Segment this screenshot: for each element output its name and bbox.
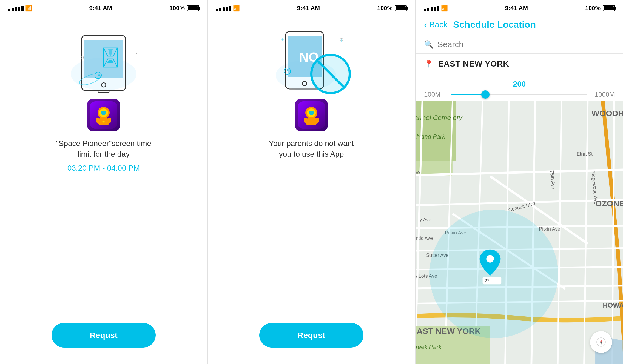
signal-icon: [8, 6, 24, 11]
svg-point-91: [486, 255, 494, 262]
slider-thumb[interactable]: [481, 90, 490, 99]
slider-value: 200: [424, 80, 615, 88]
request-button-1[interactable]: Requst: [52, 323, 156, 348]
slider-row: 100M 1000M: [424, 91, 615, 98]
request-button-2[interactable]: Requst: [259, 323, 363, 348]
signal-icon-2: [216, 6, 231, 11]
slider-fill: [451, 94, 485, 95]
search-icon: 🔍: [424, 40, 434, 49]
svg-rect-14: [98, 90, 109, 93]
svg-rect-24: [107, 118, 111, 123]
svg-rect-23: [96, 118, 100, 123]
left-status-icons-3: 📶: [424, 5, 448, 12]
app-icon-2: [295, 99, 328, 131]
panel-screen-time: 📶 9:41 AM 100%: [0, 0, 207, 364]
panel-schedule-location: 📶 9:41 AM 100% ‹ Back Schedule Location …: [416, 0, 623, 364]
panel-app-blocked: 📶 9:41 AM 100% NO + +: [208, 0, 415, 364]
svg-text:HOWARD BEAC: HOWARD BEAC: [603, 302, 623, 309]
location-name: EAST NEW YORK: [438, 59, 509, 68]
svg-point-33: [311, 55, 350, 93]
svg-text:WOODHAVEN: WOODHAVEN: [591, 109, 623, 118]
svg-text:27: 27: [484, 278, 489, 283]
svg-text:Jamaica Ave: Jamaica Ave: [416, 170, 420, 175]
svg-text:+: +: [79, 36, 83, 42]
svg-point-97: [601, 342, 602, 343]
status-bar-1: 📶 9:41 AM 100%: [0, 0, 207, 16]
screen-time-illustration: + •: [62, 22, 145, 99]
compass-button[interactable]: [590, 331, 612, 353]
battery-pct-1: 100%: [169, 5, 185, 12]
back-label: Back: [429, 20, 448, 29]
left-status-icons: 📶: [8, 5, 32, 12]
signal-icon-3: [424, 6, 439, 11]
left-status-icons-2: 📶: [216, 5, 240, 12]
right-status-icons-3: 100%: [585, 5, 615, 12]
svg-point-43: [309, 111, 314, 115]
wifi-icon-2: 📶: [233, 5, 240, 12]
battery-pct-3: 100%: [585, 5, 601, 12]
map-container[interactable]: Mt Carmel Cemetery Highland Park: [416, 101, 623, 364]
status-time-3: 9:41 AM: [448, 5, 585, 12]
illustration-area-1: + •: [0, 16, 207, 323]
slider-min-label: 100M: [424, 91, 446, 98]
location-row[interactable]: 📍 EAST NEW YORK: [416, 54, 623, 74]
battery-icon-2: [395, 5, 407, 11]
wifi-icon-3: 📶: [441, 5, 448, 12]
svg-text:Etna St: Etna St: [576, 151, 592, 157]
right-status-icons-2: 100%: [377, 5, 407, 12]
illustration-area-2: NO + +: [208, 16, 415, 323]
svg-text:•: •: [136, 51, 137, 56]
slider-track[interactable]: [451, 94, 587, 95]
status-bar-3: 📶 9:41 AM 100%: [416, 0, 623, 16]
svg-text:Spring Creek Park: Spring Creek Park: [416, 343, 442, 350]
schedule-location-title: Schedule Location: [453, 19, 536, 30]
time-range-1: 03:20 PM - 04:00 PM: [67, 164, 140, 173]
svg-point-21: [101, 111, 106, 115]
app-icon-1: [87, 99, 120, 131]
blocked-illustration: NO + +: [270, 22, 352, 99]
svg-rect-45: [304, 118, 308, 123]
svg-text:Atlantic Ave: Atlantic Ave: [416, 236, 433, 241]
status-time-1: 9:41 AM: [32, 5, 169, 12]
status-time-2: 9:41 AM: [240, 5, 377, 12]
location-pin-icon: 📍: [424, 59, 434, 68]
schedule-header: ‹ Back Schedule Location: [416, 16, 623, 35]
wifi-icon: 📶: [25, 5, 32, 12]
slider-container: 200 100M 1000M: [416, 74, 623, 101]
battery-icon-3: [603, 5, 615, 11]
svg-text:Highland Park: Highland Park: [416, 133, 445, 140]
search-input[interactable]: [437, 40, 615, 49]
slider-max-label: 1000M: [593, 91, 615, 98]
battery-icon-1: [187, 5, 199, 11]
map-svg: Mt Carmel Cemetery Highland Park: [416, 101, 623, 364]
right-status-icons-1: 100%: [169, 5, 199, 12]
search-bar: 🔍: [416, 35, 623, 54]
svg-point-88: [430, 210, 558, 338]
svg-text:OZONE PARK: OZONE PARK: [595, 199, 623, 208]
description-1: "Space Pioneer"screen time limit for the…: [54, 138, 153, 159]
back-chevron-icon: ‹: [424, 19, 427, 30]
back-button[interactable]: ‹ Back: [424, 19, 448, 30]
svg-text:Pitkin Ave: Pitkin Ave: [539, 226, 560, 232]
svg-text:Liberty Ave: Liberty Ave: [416, 217, 431, 222]
status-bar-2: 📶 9:41 AM 100%: [208, 0, 415, 16]
battery-pct-2: 100%: [377, 5, 392, 12]
svg-rect-46: [315, 118, 319, 123]
description-2: Your parents do not want you to use this…: [262, 138, 361, 159]
svg-text:+: +: [281, 37, 284, 42]
map-background: Mt Carmel Cemetery Highland Park: [416, 101, 623, 364]
